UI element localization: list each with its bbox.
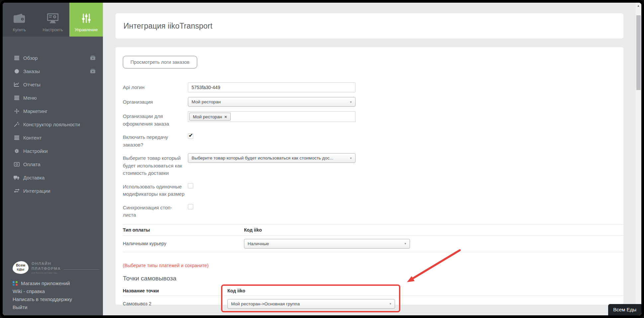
brand-logo: Всем еды ОНЛАЙН ПЛАТФОРМА для бизнеса до… — [13, 261, 103, 274]
banknote-icon — [14, 162, 20, 166]
tab-buy-label: Купить — [13, 28, 26, 32]
pickup-code-select-value: Мой ресторан->Основная группа — [231, 301, 300, 306]
video-tutorial-icon[interactable] — [90, 69, 96, 73]
col-iiko-code: Код iiko — [244, 227, 623, 233]
sidebar-item-content[interactable]: Контент — [3, 131, 103, 144]
scroll-up-arrow-icon[interactable]: ▲ — [635, 4, 641, 7]
list-icon — [14, 96, 20, 100]
magic-wand-icon — [14, 122, 20, 127]
sidebar-item-integrations[interactable]: Интеграции — [3, 184, 103, 197]
single-modifiers-label: Использовать одиночные модификаторы как … — [123, 182, 188, 198]
sidebar-nav: Обзор Заказы Отчеты Меню Маркетинг — [3, 51, 103, 197]
divider — [63, 269, 100, 270]
sidebar-item-orders[interactable]: Заказы — [3, 64, 103, 78]
brand-tagline: для бизнеса доставки еды — [32, 272, 61, 274]
chevron-down-icon: ▼ — [389, 302, 392, 305]
sidebar-item-label: Контент — [23, 135, 42, 141]
sidebar-item-settings[interactable]: Настройки — [3, 144, 103, 158]
move-arrows-icon — [14, 109, 20, 114]
tab-configure[interactable]: Настроить — [36, 3, 70, 37]
sidebar-item-delivery[interactable]: Доставка — [3, 171, 103, 184]
sidebar-item-label: Интеграции — [23, 188, 50, 194]
org-tag-label: Мой ресторан — [193, 114, 222, 119]
tab-buy[interactable]: Купить — [3, 3, 36, 37]
list-icon — [14, 136, 20, 140]
video-tutorial-icon[interactable] — [90, 55, 96, 60]
app-grid-icon — [13, 281, 18, 286]
sidebar-item-label: Заказы — [23, 68, 40, 74]
sidebar-item-marketing[interactable]: Маркетинг — [3, 104, 103, 118]
delivery-product-select[interactable]: Выберите товар который будет использоват… — [188, 153, 356, 163]
org-tag: Мой ресторан × — [189, 113, 231, 121]
transfer-orders-checkbox[interactable]: ✔ — [188, 134, 193, 139]
payment-code-select[interactable]: Наличные ▼ — [244, 239, 410, 249]
checkmark-icon: ✔ — [189, 132, 193, 139]
col-payment-type: Тип оплаты — [123, 227, 244, 233]
organization-select-value: Мой ресторан — [192, 99, 221, 104]
pickup-table-row: Самовывоз 2 Мой ресторан->Основная групп… — [123, 296, 623, 312]
api-login-input[interactable]: 5753fa30-449 — [188, 82, 356, 92]
view-order-logs-button[interactable]: Просмотреть логи заказов — [123, 56, 197, 68]
tab-manage[interactable]: Управление — [69, 3, 103, 37]
col-iiko-code: Код iiko — [227, 288, 623, 293]
integration-settings-card: Просмотреть логи заказов Api логин 5753f… — [116, 47, 623, 305]
sidebar-item-payment[interactable]: Оплата — [3, 158, 103, 171]
payment-types-table: Тип оплаты Код iiko Наличными курьеру На… — [123, 224, 623, 252]
sidebar-item-reports[interactable]: Отчеты — [3, 78, 103, 91]
sidebar-item-label: Маркетинг — [23, 108, 47, 114]
payment-table-row: Наличными курьеру Наличные ▼ — [123, 236, 623, 252]
transfer-orders-label: Включить передачу заказов? — [123, 132, 188, 149]
scrollbar-thumb[interactable] — [636, 15, 641, 90]
app-window: Купить Настроить Управление Обзор — [3, 3, 641, 315]
logo-text-line2: еды — [17, 267, 25, 271]
chevron-down-icon: ▼ — [350, 157, 352, 159]
circle-icon — [14, 69, 20, 73]
organization-label: Организация — [123, 97, 188, 106]
delivery-product-select-value: Выберите товар который будет использоват… — [192, 156, 333, 160]
organization-select[interactable]: Мой ресторан ▼ — [188, 97, 356, 107]
brand-badge: Всем Еды — [608, 304, 641, 315]
pickup-point-name: Самовывоз 2 — [123, 301, 227, 306]
form-row-api-login: Api логин 5753fa30-449 — [123, 82, 623, 92]
sidebar-item-label: Обзор — [23, 55, 38, 61]
chevron-down-icon: ▼ — [350, 100, 352, 103]
settings-form: Api логин 5753fa30-449 Организация Мой р… — [123, 82, 623, 219]
single-modifiers-checkbox[interactable] — [188, 183, 193, 188]
link-label: Магазин приложений — [21, 280, 70, 286]
sidebar-item-label: Конструктор лояльности — [23, 122, 80, 127]
screenshot-frame: Купить Настроить Управление Обзор — [0, 0, 644, 318]
link-logout[interactable]: Выйти — [13, 304, 103, 310]
pickup-table-row: Самовывоз Мой ресторан->Основная группа … — [123, 312, 623, 316]
payment-hint-text: (Выберите типы платежей и сохраните) — [123, 263, 623, 268]
order-orgs-multiselect[interactable]: Мой ресторан × — [188, 111, 356, 122]
tab-manage-label: Управление — [75, 28, 98, 32]
form-row-organization: Организация Мой ресторан ▼ — [123, 97, 623, 107]
delivery-product-label: Выберите товар который будет использоват… — [123, 153, 188, 177]
brand-text: ОНЛАЙН ПЛАТФОРМА для бизнеса доставки ед… — [32, 261, 61, 274]
link-app-store[interactable]: Магазин приложений — [13, 280, 103, 286]
sidebar-item-loyalty-builder[interactable]: Конструктор лояльности — [3, 118, 103, 131]
sidebar-item-label: Доставка — [23, 175, 44, 180]
stoplist-sync-label: Синхронизация стоп-листа — [123, 203, 188, 219]
sidebar-top-tabs: Купить Настроить Управление — [3, 3, 103, 37]
scrollbar[interactable]: ▲ — [635, 3, 641, 315]
pickup-code-select-1[interactable]: Мой ресторан->Основная группа ▼ — [227, 299, 395, 309]
brand-line2: ПЛАТФОРМА — [32, 266, 61, 271]
tag-close-icon[interactable]: × — [224, 114, 227, 119]
form-row-order-orgs: Организации для оформления заказа Мой ре… — [123, 111, 623, 128]
page-title: Интеграция iikoTransport — [123, 22, 212, 31]
link-label: Выйти — [13, 304, 27, 310]
link-wiki[interactable]: Wiki - справка — [13, 288, 103, 294]
monitor-gear-icon — [46, 13, 59, 24]
sidebar-item-menu[interactable]: Меню — [3, 91, 103, 104]
stoplist-sync-checkbox[interactable] — [188, 204, 193, 209]
pickup-table-header: Название точки Код iiko — [123, 286, 623, 296]
form-row-single-modifiers: Использовать одиночные модификаторы как … — [123, 182, 623, 198]
main-area: Интеграция iikoTransport Просмотреть лог… — [103, 3, 641, 315]
link-support[interactable]: Написать в техподдержку — [13, 296, 103, 302]
pickup-points-title: Точки самовывоза — [123, 275, 623, 282]
sidebar-item-label: Настройки — [23, 148, 48, 154]
form-row-transfer: Включить передачу заказов? ✔ — [123, 132, 623, 149]
sidebar-item-overview[interactable]: Обзор — [3, 51, 103, 64]
footer-links: Магазин приложений Wiki - справка Написа… — [13, 280, 103, 310]
